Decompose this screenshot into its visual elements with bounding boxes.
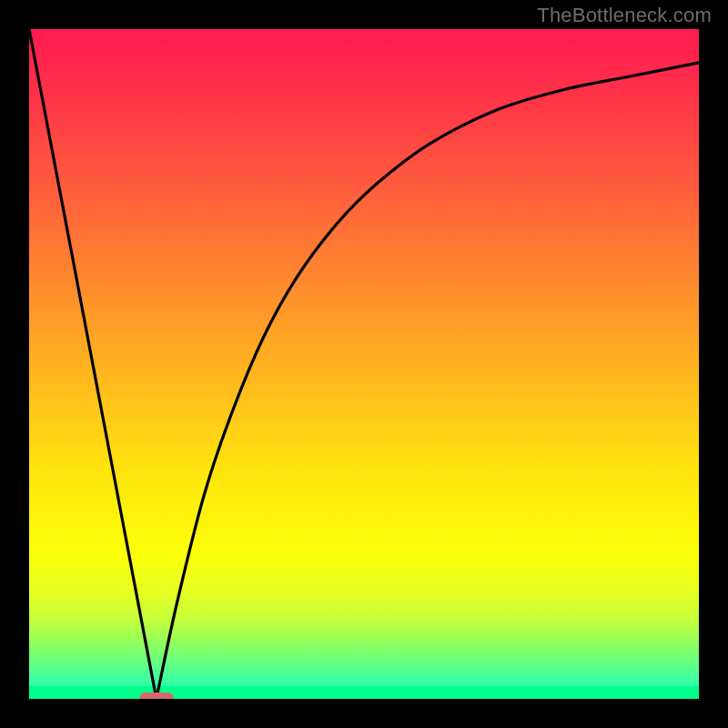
left-line-path <box>29 29 157 699</box>
curve-layer <box>29 29 699 699</box>
bottleneck-marker <box>139 693 174 699</box>
watermark-text: TheBottleneck.com <box>537 4 712 27</box>
plot-area <box>29 29 699 699</box>
right-curve-path <box>157 63 699 699</box>
chart-frame: TheBottleneck.com <box>0 0 728 728</box>
